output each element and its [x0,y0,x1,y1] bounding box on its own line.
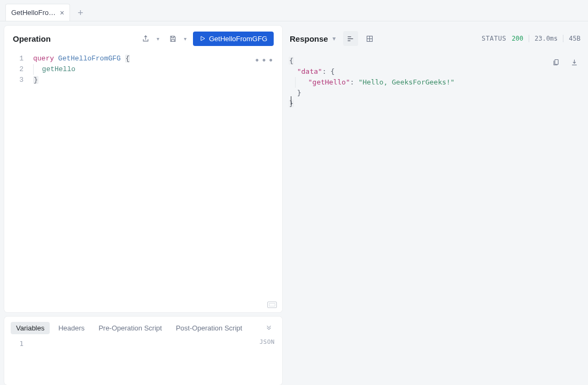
operation-panel: Operation ▾ ▾ GetHelloFromGFG 123 [4,26,282,312]
close-icon[interactable]: × [60,9,64,17]
operation-header: Operation ▾ ▾ GetHelloFromGFG [4,26,282,51]
copy-icon[interactable] [548,55,563,70]
separator [529,35,529,42]
response-body[interactable]: { "data": { "getHello": "Hello, GeeksFor… [287,51,584,385]
token-brace: { [289,57,294,65]
token-brace: { [125,55,130,63]
variables-tabs: Variables Headers Pre-Operation Script P… [4,317,282,337]
tab-headers[interactable]: Headers [53,322,90,334]
separator [563,35,563,42]
variables-gutter: 1 [4,337,29,385]
view-table-icon[interactable] [362,31,377,46]
run-button-label: GetHelloFromGFG [209,35,267,43]
response-actions [548,55,582,70]
cursor-caret [291,96,291,105]
token-op-name: GetHelloFromGFG [58,55,121,63]
run-operation-button[interactable]: GetHelloFromGFG [193,32,274,46]
token-punct: : [350,78,359,86]
response-json: { "data": { "getHello": "Hello, GeeksFor… [287,53,584,385]
variables-editor[interactable]: 1 JSON [4,337,282,385]
share-icon[interactable] [138,31,153,46]
main-split: Operation ▾ ▾ GetHelloFromGFG 123 [0,21,588,385]
left-pane: Operation ▾ ▾ GetHelloFromGFG 123 [0,21,282,385]
collapse-icon[interactable] [262,324,276,333]
response-time: 23.0ms [535,35,558,42]
token-field: getHello [42,65,75,73]
chevron-down-icon[interactable]: ▾ [332,35,336,42]
editor-gutter: 123 [4,51,29,312]
token-punct: : { [322,67,335,75]
svg-rect-7 [555,59,558,64]
response-size: 45B [569,35,581,42]
status-label: STATUS [482,35,506,42]
tab-pre-script[interactable]: Pre-Operation Script [93,322,167,334]
tab-post-script[interactable]: Post-Operation Script [171,322,247,334]
play-icon [199,35,206,42]
operation-title: Operation [13,34,51,43]
download-icon[interactable] [567,55,582,70]
token-key: "data" [297,67,322,75]
editor-code[interactable]: query GetHelloFromGFG { getHello } ••• [29,51,282,312]
variables-panel: Variables Headers Pre-Operation Script P… [4,317,282,385]
chevron-down-icon[interactable]: ▾ [157,36,159,42]
keyboard-icon[interactable] [267,302,277,308]
svg-marker-0 [201,36,205,41]
status-code: 200 [512,35,523,42]
response-title: Response [290,34,328,43]
query-editor[interactable]: 123 query GetHelloFromGFG { getHello } •… [4,51,282,312]
token-keyword: query [33,55,54,63]
right-pane: Response ▾ STATUS 200 23.0ms 45B { "data… [282,21,588,385]
token-key: "getHello" [308,78,350,86]
token-punct: } [297,89,301,97]
tab-label: GetHelloFro… [11,9,56,17]
token-string: "Hello, GeeksForGeeks!" [358,78,454,86]
tab-operation[interactable]: GetHelloFro… × [5,4,70,21]
format-badge[interactable]: JSON [260,338,275,345]
response-status: STATUS 200 23.0ms 45B [482,35,581,42]
tab-variables[interactable]: Variables [11,322,50,334]
view-json-icon[interactable] [343,31,358,46]
new-tab-button[interactable]: + [72,5,89,21]
chevron-down-icon[interactable]: ▾ [184,36,187,42]
token-brace: } [33,76,38,84]
save-icon[interactable] [166,31,181,46]
tabs-bar: GetHelloFro… × + [0,0,588,21]
response-header: Response ▾ STATUS 200 23.0ms 45B [287,26,584,51]
more-icon[interactable]: ••• [254,56,275,66]
